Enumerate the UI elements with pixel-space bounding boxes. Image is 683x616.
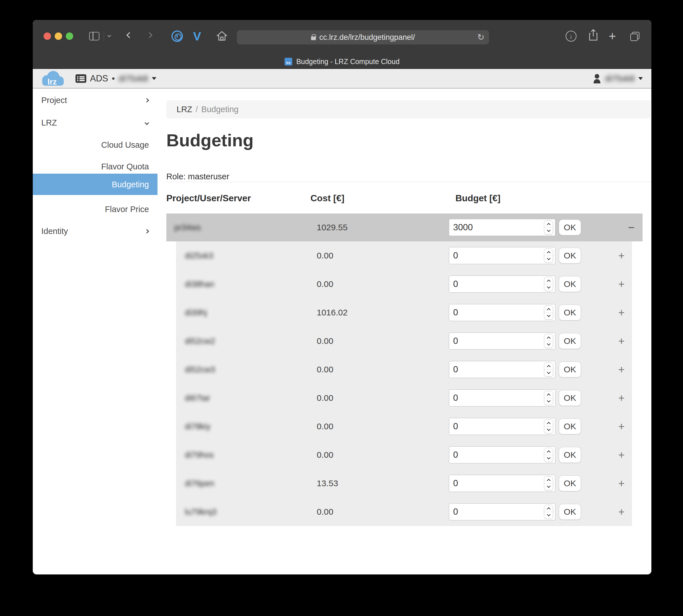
stepper-up-icon[interactable]	[544, 477, 553, 483]
onepassword-extension-icon[interactable]	[171, 30, 183, 42]
collapse-row-button[interactable]: −	[628, 221, 635, 234]
budget-input[interactable]	[449, 219, 555, 236]
stepper-down-icon[interactable]	[544, 284, 553, 291]
expand-row-button[interactable]: +	[618, 420, 625, 433]
expand-row-button[interactable]: +	[618, 335, 625, 347]
back-button[interactable]	[126, 32, 132, 38]
reload-icon[interactable]: ↻	[477, 32, 485, 42]
number-stepper[interactable]	[544, 334, 553, 348]
row-name: di52cw2	[185, 336, 215, 346]
sidebar-item-flavor-quota[interactable]: Flavor Quota	[101, 162, 149, 171]
chevron-down-icon[interactable]	[107, 34, 111, 37]
budget-input[interactable]	[449, 361, 555, 378]
budget-input[interactable]	[449, 418, 555, 435]
tab-title[interactable]: Budgeting - LRZ Compute Cloud	[296, 58, 400, 66]
new-tab-icon[interactable]: +	[609, 29, 616, 43]
row-cost: 13.53	[317, 479, 338, 488]
sidebar-item-budgeting-selected[interactable]: Budgeting	[33, 174, 157, 195]
minimize-window-button[interactable]	[55, 32, 62, 40]
stepper-down-icon[interactable]	[544, 512, 553, 519]
expand-row-button[interactable]: +	[618, 506, 625, 518]
close-window-button[interactable]	[44, 32, 51, 40]
ok-button[interactable]: OK	[559, 305, 581, 321]
number-stepper[interactable]	[544, 248, 553, 263]
stepper-up-icon[interactable]	[544, 362, 553, 370]
app-header: lrz ADS • di75xk8 di75xk8	[33, 69, 652, 89]
stepper-down-icon[interactable]	[544, 455, 553, 462]
stepper-up-icon[interactable]	[544, 448, 553, 455]
url-text[interactable]: cc.lrz.de/lrz/budgetingpanel/	[319, 33, 415, 42]
forward-button[interactable]	[146, 32, 152, 38]
downloads-icon[interactable]: ↓	[565, 31, 576, 42]
budget-input[interactable]	[449, 475, 555, 492]
expand-row-button[interactable]: +	[618, 477, 625, 490]
stepper-up-icon[interactable]	[544, 277, 553, 284]
ok-button[interactable]: OK	[559, 476, 581, 491]
expand-row-button[interactable]: +	[618, 250, 625, 262]
budget-input[interactable]	[449, 503, 555, 520]
sidebar-item-identity[interactable]: Identity	[33, 224, 157, 238]
sidebar-item-project[interactable]: Project	[33, 93, 157, 107]
number-stepper[interactable]	[544, 419, 553, 434]
ok-button[interactable]: OK	[559, 418, 581, 434]
sidebar-toggle-icon[interactable]	[89, 32, 100, 40]
ok-button[interactable]: OK	[559, 219, 581, 236]
budget-input[interactable]	[449, 446, 555, 463]
address-bar[interactable]: cc.lrz.de/lrz/budgetingpanel/ ↻	[237, 30, 489, 44]
stepper-up-icon[interactable]	[544, 306, 553, 312]
number-stepper[interactable]	[544, 277, 553, 291]
zoom-window-button[interactable]	[66, 32, 73, 40]
stepper-up-icon[interactable]	[544, 505, 553, 512]
budget-input[interactable]	[449, 390, 555, 406]
vimium-extension-icon[interactable]: V	[193, 29, 201, 43]
stepper-down-icon[interactable]	[544, 370, 553, 377]
stepper-down-icon[interactable]	[544, 256, 553, 263]
row-name: di39hj	[185, 308, 207, 317]
budget-input[interactable]	[449, 247, 555, 264]
expand-row-button[interactable]: +	[618, 307, 625, 319]
sidebar-item-flavor-price[interactable]: Flavor Price	[105, 205, 149, 214]
ok-button[interactable]: OK	[559, 276, 581, 292]
stepper-down-icon[interactable]	[544, 426, 553, 434]
stepper-up-icon[interactable]	[544, 249, 553, 256]
stepper-up-icon[interactable]	[544, 334, 553, 341]
share-icon[interactable]	[588, 28, 599, 43]
number-stepper[interactable]	[544, 505, 553, 519]
number-stepper[interactable]	[544, 448, 553, 462]
home-icon[interactable]	[216, 30, 228, 43]
sidebar-item-cloud-usage[interactable]: Cloud Usage	[101, 140, 149, 150]
stepper-down-icon[interactable]	[544, 312, 553, 320]
ok-button[interactable]: OK	[559, 390, 581, 406]
tab-overview-icon[interactable]	[630, 32, 639, 41]
budget-input[interactable]	[449, 276, 555, 293]
ok-button[interactable]: OK	[559, 504, 581, 520]
ok-button[interactable]: OK	[559, 447, 581, 463]
number-stepper[interactable]	[544, 476, 553, 490]
stepper-down-icon[interactable]	[544, 341, 553, 348]
ok-button[interactable]: OK	[559, 361, 581, 377]
stepper-down-icon[interactable]	[544, 227, 553, 235]
number-stepper[interactable]	[544, 362, 553, 377]
user-menu[interactable]: di75xk8	[593, 69, 643, 88]
breadcrumb-current: Budgeting	[201, 105, 239, 114]
number-stepper[interactable]	[544, 220, 553, 235]
expand-row-button[interactable]: +	[618, 392, 625, 404]
sidebar-item-lrz[interactable]: LRZ	[33, 116, 157, 130]
expand-row-button[interactable]: +	[618, 278, 625, 290]
stepper-up-icon[interactable]	[544, 221, 553, 227]
number-stepper[interactable]	[544, 391, 553, 405]
lrz-logo[interactable]: lrz	[39, 70, 66, 89]
stepper-down-icon[interactable]	[544, 398, 553, 405]
breadcrumb-lrz-link[interactable]: LRZ	[176, 105, 192, 114]
number-stepper[interactable]	[544, 305, 553, 320]
expand-row-button[interactable]: +	[618, 364, 625, 376]
ok-button[interactable]: OK	[559, 333, 581, 349]
expand-row-button[interactable]: +	[618, 449, 625, 461]
stepper-up-icon[interactable]	[544, 420, 553, 426]
stepper-up-icon[interactable]	[544, 391, 553, 398]
budget-input[interactable]	[449, 304, 555, 321]
ok-button[interactable]: OK	[559, 248, 581, 264]
budget-input[interactable]	[449, 332, 555, 350]
stepper-down-icon[interactable]	[544, 483, 553, 490]
project-switcher[interactable]: ADS • di75xk8	[76, 69, 156, 88]
